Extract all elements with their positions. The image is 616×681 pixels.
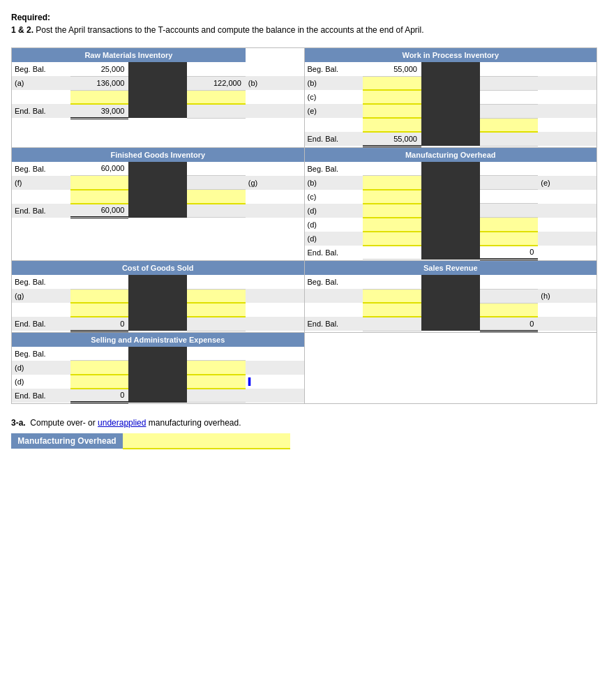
divider [128, 104, 187, 118]
label-a: (a) [12, 76, 70, 90]
debit-yellow[interactable] [70, 90, 129, 104]
step-text: Post the April transactions to the T-acc… [36, 25, 423, 35]
table-row: Beg. Bal. [12, 275, 304, 289]
raw-materials-header: Raw Materials Inventory [12, 48, 304, 62]
sales-rev-header: Sales Revenue [305, 261, 597, 275]
table-row: Beg. Bal. [305, 162, 597, 176]
table-row: (d) [305, 218, 597, 232]
debit-a[interactable]: 136,000 [70, 76, 129, 90]
qa-number: 3-a. [11, 418, 26, 428]
table-row: (e) [305, 104, 597, 118]
fg-title: Finished Goods Inventory [12, 148, 304, 162]
table-row: (f) (g) [12, 176, 304, 190]
selling-admin-title: Selling and Administrative Expenses [12, 333, 304, 347]
table-row: End. Bal. 0 [12, 317, 304, 331]
table-row: Beg. Bal. [12, 347, 304, 361]
mfg-oh-bottom-header: Manufacturing Overhead [11, 433, 123, 449]
table-row: (d) [305, 232, 597, 246]
clabel-empty [246, 90, 304, 104]
cost-of-goods-sold-account: Cost of Goods Sold Beg. Bal. (g) [12, 261, 305, 333]
table-row: Beg. Bal. [305, 275, 597, 289]
bottom-mfg-table: Manufacturing Overhead [11, 433, 290, 449]
table-row: (c) [305, 190, 597, 204]
sales-rev-table: Sales Revenue Beg. Bal. [305, 261, 597, 332]
clabel-b: (b) [246, 76, 304, 90]
label-beg-bal: Beg. Bal. [12, 62, 70, 76]
table-row: (a) 136,000 122,000 (b) [12, 76, 304, 90]
table-row [305, 118, 597, 132]
raw-materials-table: Raw Materials Inventory Beg. Bal. 25,000… [12, 48, 304, 119]
debit-beg-bal[interactable]: 25,000 [70, 62, 129, 76]
table-row: (b) (e) [305, 176, 597, 190]
mfg-oh-table: Manufacturing Overhead Beg. Bal. (b) [305, 148, 597, 261]
table-row: (g) [12, 289, 304, 303]
table-row: (d) [12, 361, 304, 375]
table-row: End. Bal. 55,000 [305, 132, 597, 146]
divider [128, 62, 187, 76]
wip-header: Work in Process Inventory [305, 48, 597, 62]
table-row: Beg. Bal. 60,000 [12, 162, 304, 176]
clabel-beg-bal [246, 62, 304, 76]
bottom-col1[interactable] [123, 433, 206, 449]
selling-admin-account: Selling and Administrative Expenses Beg.… [12, 332, 305, 404]
table-row: End. Bal. 39,000 [12, 104, 304, 118]
step-label: 1 & 2. [11, 25, 33, 35]
table-row: (b) [305, 76, 597, 90]
credit-yellow[interactable] [187, 90, 246, 104]
bottom-col2[interactable] [206, 433, 290, 449]
empty-right-cell [304, 332, 597, 404]
credit-b[interactable]: 122,000 [187, 76, 246, 90]
qa-text: Compute over- or underapplied manufactur… [30, 418, 241, 428]
cogs-header: Cost of Goods Sold [12, 261, 304, 275]
fg-header: Finished Goods Inventory [12, 148, 304, 162]
raw-materials-account: Raw Materials Inventory Beg. Bal. 25,000… [12, 48, 305, 148]
fg-table: Finished Goods Inventory Beg. Bal. 60,00… [12, 148, 304, 219]
instructions: Required: 1 & 2. Post the April transact… [11, 11, 605, 36]
divider [128, 76, 187, 90]
clabel-end-bal [246, 104, 304, 118]
sales-rev-title: Sales Revenue [305, 261, 597, 275]
table-row [305, 303, 597, 317]
mfg-oh-title: Manufacturing Overhead [305, 148, 597, 162]
divider [128, 90, 187, 104]
underapplied-link[interactable]: underapplied [98, 418, 146, 428]
wip-title: Work in Process Inventory [305, 48, 597, 62]
table-row [12, 303, 304, 317]
table-row [12, 90, 304, 104]
label-empty [12, 90, 70, 104]
raw-materials-title: Raw Materials Inventory [12, 48, 246, 62]
bottom-section: 3-a. Compute over- or underapplied manuf… [11, 418, 605, 449]
table-row: Manufacturing Overhead [11, 433, 290, 449]
table-row: (h) [305, 289, 597, 303]
table-row: End. Bal. 0 [305, 246, 597, 260]
credit-end-bal[interactable] [187, 104, 246, 118]
table-row: Beg. Bal. 25,000 [12, 62, 304, 76]
finished-goods-account: Finished Goods Inventory Beg. Bal. 60,00… [12, 147, 305, 261]
sales-revenue-account: Sales Revenue Beg. Bal. [304, 261, 597, 333]
table-row: (c) [305, 90, 597, 104]
work-in-process-account: Work in Process Inventory Beg. Bal. 55,0… [304, 48, 597, 148]
label-end-bal: End. Bal. [12, 104, 70, 118]
cogs-title: Cost of Goods Sold [12, 261, 304, 275]
table-row: (d) [305, 204, 597, 218]
mfg-oh-header: Manufacturing Overhead [305, 148, 597, 162]
table-row: End. Bal. 0 [12, 389, 304, 403]
table-row: End. Bal. 60,000 [12, 204, 304, 218]
credit-beg-bal[interactable] [187, 62, 246, 76]
t-accounts-grid: Raw Materials Inventory Beg. Bal. 25,000… [11, 47, 597, 404]
required-label: Required: [11, 13, 50, 22]
table-row: (d) ▌ [12, 375, 304, 389]
table-row [12, 190, 304, 204]
wip-table: Work in Process Inventory Beg. Bal. 55,0… [305, 48, 597, 147]
selling-admin-table: Selling and Administrative Expenses Beg.… [12, 333, 304, 404]
manufacturing-overhead-account: Manufacturing Overhead Beg. Bal. (b) [304, 147, 597, 261]
cogs-table: Cost of Goods Sold Beg. Bal. (g) [12, 261, 304, 332]
table-row: Beg. Bal. 55,000 [305, 62, 597, 76]
table-row: End. Bal. 0 [305, 317, 597, 331]
debit-end-bal[interactable]: 39,000 [70, 104, 129, 118]
selling-admin-header: Selling and Administrative Expenses [12, 333, 304, 347]
qa-label: 3-a. Compute over- or underapplied manuf… [11, 418, 605, 428]
